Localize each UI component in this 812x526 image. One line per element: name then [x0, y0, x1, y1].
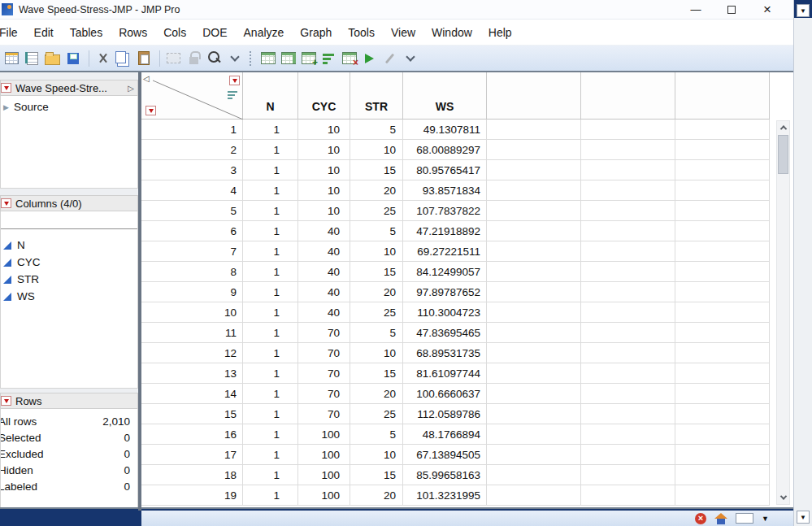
empty-cell[interactable] [675, 323, 770, 343]
empty-cell[interactable] [675, 404, 770, 424]
data-cell[interactable]: 1 [243, 302, 298, 323]
empty-cell[interactable] [581, 465, 675, 485]
menu-edit[interactable]: Edit [26, 22, 62, 43]
empty-cell[interactable] [581, 160, 675, 180]
rows-menu-icon[interactable] [145, 106, 156, 115]
data-cell[interactable]: 1 [243, 363, 298, 384]
data-cell[interactable]: 70 [298, 323, 350, 343]
data-cell[interactable]: 1 [243, 384, 298, 404]
data-cell[interactable]: 15 [350, 160, 403, 180]
row-number-cell[interactable]: 1 [141, 120, 243, 140]
data-cell[interactable]: 40 [298, 241, 350, 262]
menu-doe[interactable]: DOE [194, 22, 235, 43]
data-cell[interactable]: 15 [350, 363, 403, 384]
empty-cell[interactable] [487, 424, 581, 445]
data-cell[interactable]: 40 [298, 302, 350, 323]
red-triangle-menu-icon[interactable] [1, 396, 11, 406]
column-header-ws[interactable]: WS [403, 72, 487, 120]
close-button[interactable]: × [749, 0, 785, 19]
save-icon[interactable] [63, 48, 83, 68]
data-cell[interactable]: 20 [350, 485, 403, 506]
data-cell[interactable]: 20 [350, 180, 403, 201]
data-cell[interactable]: 1 [243, 465, 298, 485]
data-cell[interactable]: 112.0589786 [403, 404, 487, 424]
data-table-icon[interactable] [258, 48, 278, 68]
data-cell[interactable]: 10 [350, 140, 403, 160]
cut-icon[interactable] [93, 48, 113, 68]
data-cell[interactable]: 1 [243, 140, 298, 160]
row-number-cell[interactable]: 10 [141, 302, 243, 323]
data-cell[interactable]: 10 [350, 241, 403, 262]
empty-cell[interactable] [581, 140, 675, 160]
data-cell[interactable]: 10 [298, 180, 350, 201]
row-number-cell[interactable]: 17 [141, 445, 243, 465]
data-cell[interactable]: 1 [243, 445, 298, 465]
row-number-cell[interactable]: 18 [141, 465, 243, 485]
row-number-cell[interactable]: 16 [141, 424, 243, 445]
row-number-cell[interactable]: 3 [141, 160, 243, 180]
empty-cell[interactable] [487, 465, 581, 485]
data-cell[interactable]: 5 [350, 120, 403, 140]
data-cell[interactable]: 5 [350, 424, 403, 445]
data-cell[interactable]: 5 [350, 323, 403, 343]
data-cell[interactable]: 15 [350, 262, 403, 282]
empty-cell[interactable] [675, 384, 770, 404]
empty-cell[interactable] [581, 120, 675, 140]
dropdown-arrow-icon[interactable]: ▼ [762, 515, 769, 523]
data-cell[interactable]: 47.21918892 [403, 221, 487, 241]
zoom-icon[interactable] [204, 48, 224, 68]
disclosure-icon[interactable]: ▶ [3, 103, 9, 111]
empty-cell[interactable] [581, 302, 675, 323]
data-cell[interactable]: 40 [298, 262, 350, 282]
data-cell[interactable]: 1 [243, 262, 298, 282]
empty-cell[interactable] [675, 363, 770, 384]
empty-cell[interactable] [487, 323, 581, 343]
empty-cell[interactable] [675, 160, 770, 180]
data-cell[interactable]: 93.8571834 [403, 180, 487, 201]
caret-icon[interactable] [400, 48, 420, 68]
empty-cell[interactable] [487, 302, 581, 323]
empty-cell[interactable] [487, 384, 581, 404]
table-panel-header[interactable]: Wave Speed-Stre... ▷ [0, 80, 138, 96]
empty-cell[interactable] [581, 424, 675, 445]
data-cell[interactable]: 25 [350, 302, 403, 323]
empty-cell[interactable] [487, 485, 581, 506]
data-cell[interactable]: 10 [298, 140, 350, 160]
menu-file[interactable]: File [0, 22, 26, 43]
error-indicator-icon[interactable] [695, 513, 706, 524]
data-cell[interactable]: 40 [298, 282, 350, 302]
data-cell[interactable]: 97.89787652 [403, 282, 487, 302]
data-cell[interactable]: 67.13894505 [403, 445, 487, 465]
empty-cell[interactable] [581, 180, 675, 201]
data-cell[interactable]: 70 [298, 384, 350, 404]
column-header-str[interactable]: STR [350, 72, 403, 120]
data-cell[interactable]: 101.3231995 [403, 485, 487, 506]
minimize-button[interactable]: — [678, 0, 714, 19]
data-cell[interactable]: 1 [243, 282, 298, 302]
data-cell[interactable]: 80.95765417 [403, 160, 487, 180]
empty-cell[interactable] [581, 404, 675, 424]
menu-tools[interactable]: Tools [340, 22, 383, 43]
rows-panel-header[interactable]: Rows [0, 393, 138, 409]
empty-cell[interactable] [487, 445, 581, 465]
home-window-icon[interactable] [714, 513, 727, 524]
row-number-cell[interactable]: 13 [141, 363, 243, 384]
dropdown-arrow-icon[interactable]: ▼ [797, 511, 810, 524]
scroll-up-button[interactable] [777, 121, 789, 134]
empty-cell[interactable] [675, 120, 770, 140]
expand-panel-icon[interactable]: ▷ [128, 84, 134, 93]
window-box-icon[interactable] [736, 513, 753, 524]
empty-cell[interactable] [675, 180, 770, 201]
data-cell[interactable]: 68.00889297 [403, 140, 487, 160]
data-cell[interactable]: 25 [350, 404, 403, 424]
row-number-cell[interactable]: 5 [141, 201, 243, 221]
collapse-panel-icon[interactable]: ◁ [143, 74, 150, 83]
data-cell[interactable]: 1 [243, 221, 298, 241]
data-cell[interactable]: 70 [298, 343, 350, 363]
row-number-cell[interactable]: 2 [141, 140, 243, 160]
empty-cell[interactable] [675, 343, 770, 363]
empty-cell[interactable] [487, 120, 581, 140]
open-file-icon[interactable] [42, 48, 63, 68]
source-item[interactable]: ▶ Source [1, 96, 137, 113]
copy-icon[interactable] [113, 48, 133, 68]
